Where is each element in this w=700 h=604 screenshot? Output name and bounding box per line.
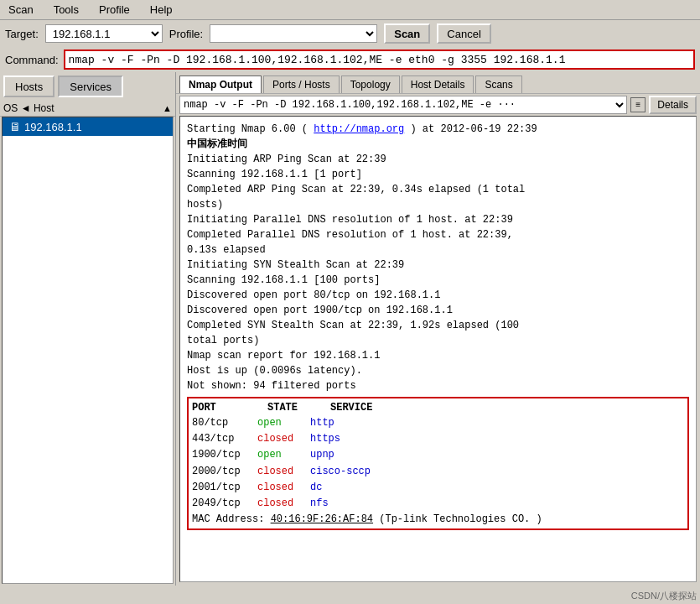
port-4: 2001/tcp [192,480,251,496]
output-line-10: Scanning 192.168.1.1 [100 ports] [187,273,689,288]
tab-ports-hosts[interactable]: Ports / Hosts [263,76,340,93]
port-table-header: PORT STATE SERVICE [192,400,684,415]
output-line-0: Starting Nmap 6.00 ( http://nmap.org ) a… [187,122,689,137]
menu-help[interactable]: Help [145,2,178,18]
state-4: closed [257,480,303,496]
main-area: Hosts Services OS ◄ Host ▲ 🖥 192.168.1.1… [0,72,700,586]
output-line-13: Completed SYN Stealth Scan at 22:39, 1.9… [187,318,689,333]
left-panel: Hosts Services OS ◄ Host ▲ 🖥 192.168.1.1 [0,72,176,586]
state-2: open [257,447,303,463]
left-buttons: Hosts Services [0,72,175,101]
scan-button[interactable]: Scan [384,23,430,44]
col-state-header: STATE [267,400,314,415]
col-service-header: SERVICE [330,400,372,415]
host-item[interactable]: 🖥 192.168.1.1 [3,117,173,136]
host-icon: 🖥 [9,120,21,133]
list-icon[interactable]: ≡ [630,97,646,112]
output-line-12: Discovered open port 1900/tcp on 192.168… [187,303,689,318]
tab-nmap-output[interactable]: Nmap Output [179,76,262,93]
host-address: 192.168.1.1 [24,121,82,133]
port-5: 2049/tcp [192,496,251,512]
port-1: 443/tcp [192,431,251,447]
menu-tools[interactable]: Tools [49,2,84,18]
right-panel: Nmap Output Ports / Hosts Topology Host … [176,72,700,586]
tree-header-label: OS ◄ Host [3,102,54,114]
details-button[interactable]: Details [649,96,697,114]
output-line-15: Nmap scan report for 192.168.1.1 [187,348,689,363]
output-content: Starting Nmap 6.00 ( http://nmap.org ) a… [179,116,697,582]
output-line-11: Discovered open port 80/tcp on 192.168.1… [187,288,689,303]
command-label: Command: [5,54,59,66]
tree-sort-icon[interactable]: ▲ [163,103,172,113]
command-input[interactable] [64,49,695,70]
output-line-7: Completed Parallel DNS resolution of 1 h… [187,227,689,242]
menu-bar: Scan Tools Profile Help [0,0,700,20]
service-0: http [310,415,334,431]
state-5: closed [257,496,303,512]
service-4: dc [310,480,322,496]
output-line-17: Not shown: 94 filtered ports [187,378,689,393]
toolbar: Target: 192.168.1.1 Profile: Scan Cancel [0,20,700,47]
command-row: Command: [0,47,700,72]
port-row-2: 1900/tcp open upnp [192,447,684,463]
tree-header: OS ◄ Host ▲ [0,101,175,117]
port-row-1: 443/tcp closed https [192,431,684,447]
tab-host-details[interactable]: Host Details [402,76,474,93]
output-line-8: 0.13s elapsed [187,242,689,258]
target-input[interactable]: 192.168.1.1 [45,24,163,43]
port-3: 2000/tcp [192,464,251,480]
port-row-4: 2001/tcp closed dc [192,480,684,496]
state-3: closed [257,464,303,480]
port-row-3: 2000/tcp closed cisco-sccp [192,464,684,480]
output-line-6: Initiating Parallel DNS resolution of 1 … [187,212,689,227]
output-toolbar: nmap -v -F -Pn -D 192.168.1.100,192.168.… [176,93,700,116]
nmap-link[interactable]: http://nmap.org [314,123,404,135]
output-line-2: Initiating ARP Ping Scan at 22:39 [187,152,689,167]
host-tree: 🖥 192.168.1.1 [2,117,174,584]
profile-input[interactable] [210,24,377,43]
port-row-0: 80/tcp open http [192,415,684,431]
target-label: Target: [5,28,39,40]
port-0: 80/tcp [192,415,251,431]
cancel-button[interactable]: Cancel [437,23,490,44]
tab-topology[interactable]: Topology [341,76,400,93]
output-line-4: Completed ARP Ping Scan at 22:39, 0.34s … [187,182,689,197]
output-line-14: total ports) [187,333,689,348]
profile-label: Profile: [169,28,203,40]
watermark: CSDN/八楼探站 [631,590,697,602]
services-button[interactable]: Services [58,76,123,97]
service-5: nfs [310,496,329,512]
port-2: 1900/tcp [192,447,251,463]
col-port-header: PORT [192,400,251,415]
tabs: Nmap Output Ports / Hosts Topology Host … [176,72,700,93]
service-3: cisco-sccp [310,464,371,480]
mac-address-value: 40:16:9F:26:AF:84 [271,513,373,525]
service-2: upnp [310,447,334,463]
service-1: https [310,431,340,447]
port-row-5: 2049/tcp closed nfs [192,496,684,512]
port-table-section: PORT STATE SERVICE 80/tcp open http 443/… [187,397,689,530]
state-0: open [257,415,303,431]
menu-scan[interactable]: Scan [3,2,39,18]
hosts-button[interactable]: Hosts [3,76,54,97]
output-line-9: Initiating SYN Stealth Scan at 22:39 [187,258,689,273]
state-1: closed [257,431,303,447]
output-line-5: hosts) [187,197,689,212]
menu-profile[interactable]: Profile [94,2,135,18]
mac-address-line: MAC Address: 40:16:9F:26:AF:84 (Tp-link … [192,512,684,527]
command-display-select[interactable]: nmap -v -F -Pn -D 192.168.1.100,192.168.… [179,96,627,114]
output-line-1: 中国标准时间 [187,137,689,152]
output-line-3: Scanning 192.168.1.1 [1 port] [187,167,689,182]
tab-scans[interactable]: Scans [475,76,521,93]
output-line-16: Host is up (0.0096s latency). [187,363,689,378]
